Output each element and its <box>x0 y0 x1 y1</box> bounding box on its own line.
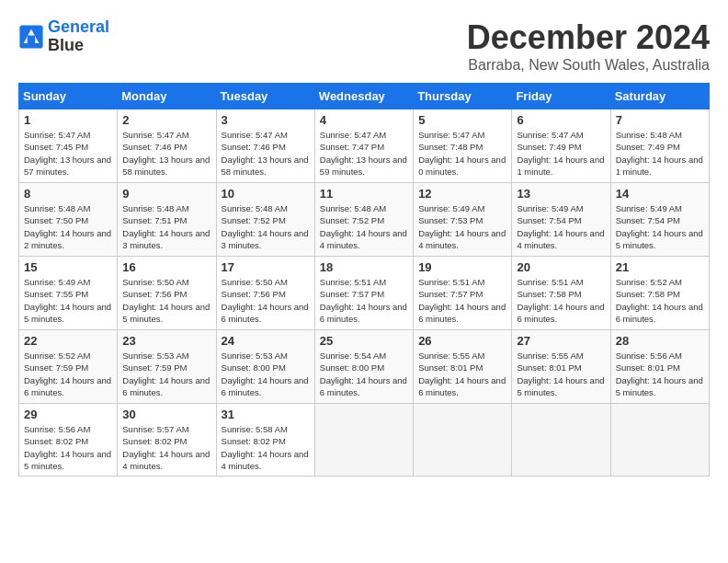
day-info: Sunrise: 5:47 AM Sunset: 7:47 PM Dayligh… <box>320 129 408 178</box>
table-row: 3Sunrise: 5:47 AM Sunset: 7:46 PM Daylig… <box>216 109 314 183</box>
calendar-week-row: 15Sunrise: 5:49 AM Sunset: 7:55 PM Dayli… <box>19 257 710 330</box>
day-number: 27 <box>517 334 605 348</box>
table-row: 30Sunrise: 5:57 AM Sunset: 8:02 PM Dayli… <box>118 404 216 477</box>
table-row: 21Sunrise: 5:52 AM Sunset: 7:58 PM Dayli… <box>610 257 709 330</box>
table-row: 14Sunrise: 5:49 AM Sunset: 7:54 PM Dayli… <box>610 183 709 257</box>
day-number: 18 <box>320 260 408 274</box>
table-row: 24Sunrise: 5:53 AM Sunset: 8:00 PM Dayli… <box>216 330 314 404</box>
day-number: 3 <box>222 113 310 127</box>
title-section: December 2024 Barraba, New South Wales, … <box>467 18 710 74</box>
day-info: Sunrise: 5:47 AM Sunset: 7:46 PM Dayligh… <box>122 129 210 178</box>
day-number: 7 <box>616 113 704 127</box>
table-row: 20Sunrise: 5:51 AM Sunset: 7:58 PM Dayli… <box>512 257 610 330</box>
table-row: 12Sunrise: 5:49 AM Sunset: 7:53 PM Dayli… <box>414 183 512 257</box>
day-info: Sunrise: 5:47 AM Sunset: 7:46 PM Dayligh… <box>222 129 310 178</box>
day-number: 29 <box>24 408 112 421</box>
table-row <box>610 404 709 477</box>
day-info: Sunrise: 5:56 AM Sunset: 8:01 PM Dayligh… <box>616 350 704 398</box>
day-info: Sunrise: 5:47 AM Sunset: 7:49 PM Dayligh… <box>517 129 605 178</box>
header-monday: Monday <box>118 84 216 109</box>
day-info: Sunrise: 5:55 AM Sunset: 8:01 PM Dayligh… <box>517 350 605 398</box>
table-row <box>512 404 610 477</box>
day-number: 25 <box>320 334 408 348</box>
table-row: 15Sunrise: 5:49 AM Sunset: 7:55 PM Dayli… <box>19 257 118 330</box>
table-row <box>314 404 413 477</box>
day-number: 24 <box>222 334 310 348</box>
day-info: Sunrise: 5:54 AM Sunset: 8:00 PM Dayligh… <box>320 350 408 398</box>
day-info: Sunrise: 5:47 AM Sunset: 7:48 PM Dayligh… <box>418 129 506 178</box>
table-row: 9Sunrise: 5:48 AM Sunset: 7:51 PM Daylig… <box>118 183 216 257</box>
table-row: 16Sunrise: 5:50 AM Sunset: 7:56 PM Dayli… <box>118 257 216 330</box>
table-row <box>414 404 512 477</box>
day-number: 30 <box>122 408 210 421</box>
day-info: Sunrise: 5:52 AM Sunset: 7:59 PM Dayligh… <box>24 350 112 398</box>
day-number: 21 <box>616 260 704 274</box>
header-sunday: Sunday <box>19 84 118 109</box>
day-info: Sunrise: 5:48 AM Sunset: 7:51 PM Dayligh… <box>122 202 210 251</box>
day-info: Sunrise: 5:53 AM Sunset: 7:59 PM Dayligh… <box>122 350 210 398</box>
day-info: Sunrise: 5:48 AM Sunset: 7:49 PM Dayligh… <box>616 129 704 178</box>
table-row: 18Sunrise: 5:51 AM Sunset: 7:57 PM Dayli… <box>314 257 413 330</box>
table-row: 10Sunrise: 5:48 AM Sunset: 7:52 PM Dayli… <box>216 183 314 257</box>
calendar-table: Sunday Monday Tuesday Wednesday Thursday… <box>18 83 710 477</box>
logo-icon <box>18 24 44 50</box>
calendar-title: December 2024 <box>467 18 710 57</box>
table-row: 25Sunrise: 5:54 AM Sunset: 8:00 PM Dayli… <box>314 330 413 404</box>
table-row: 27Sunrise: 5:55 AM Sunset: 8:01 PM Dayli… <box>512 330 610 404</box>
day-info: Sunrise: 5:50 AM Sunset: 7:56 PM Dayligh… <box>122 276 210 325</box>
day-number: 22 <box>24 334 112 348</box>
day-number: 17 <box>222 260 310 274</box>
day-info: Sunrise: 5:48 AM Sunset: 7:50 PM Dayligh… <box>24 202 112 251</box>
table-row: 7Sunrise: 5:48 AM Sunset: 7:49 PM Daylig… <box>610 109 709 183</box>
day-info: Sunrise: 5:56 AM Sunset: 8:02 PM Dayligh… <box>24 423 112 472</box>
calendar-week-row: 22Sunrise: 5:52 AM Sunset: 7:59 PM Dayli… <box>19 330 710 404</box>
day-number: 9 <box>122 187 210 201</box>
table-row: 28Sunrise: 5:56 AM Sunset: 8:01 PM Dayli… <box>610 330 709 404</box>
day-number: 15 <box>24 260 112 274</box>
table-row: 2Sunrise: 5:47 AM Sunset: 7:46 PM Daylig… <box>118 109 216 183</box>
header-saturday: Saturday <box>610 84 709 109</box>
header-thursday: Thursday <box>414 84 512 109</box>
day-info: Sunrise: 5:47 AM Sunset: 7:45 PM Dayligh… <box>24 129 112 178</box>
day-number: 4 <box>320 113 408 127</box>
table-row: 11Sunrise: 5:48 AM Sunset: 7:52 PM Dayli… <box>314 183 413 257</box>
table-row: 19Sunrise: 5:51 AM Sunset: 7:57 PM Dayli… <box>414 257 512 330</box>
day-number: 19 <box>418 260 506 274</box>
calendar-week-row: 8Sunrise: 5:48 AM Sunset: 7:50 PM Daylig… <box>19 183 710 257</box>
day-info: Sunrise: 5:51 AM Sunset: 7:58 PM Dayligh… <box>517 276 605 325</box>
day-info: Sunrise: 5:58 AM Sunset: 8:02 PM Dayligh… <box>222 423 310 472</box>
day-number: 10 <box>222 187 310 201</box>
day-number: 8 <box>24 187 112 201</box>
table-row: 1Sunrise: 5:47 AM Sunset: 7:45 PM Daylig… <box>19 109 118 183</box>
day-number: 20 <box>517 260 605 274</box>
table-row: 17Sunrise: 5:50 AM Sunset: 7:56 PM Dayli… <box>216 257 314 330</box>
day-info: Sunrise: 5:52 AM Sunset: 7:58 PM Dayligh… <box>616 276 704 325</box>
day-info: Sunrise: 5:48 AM Sunset: 7:52 PM Dayligh… <box>320 202 408 251</box>
day-info: Sunrise: 5:49 AM Sunset: 7:53 PM Dayligh… <box>418 202 506 251</box>
day-info: Sunrise: 5:48 AM Sunset: 7:52 PM Dayligh… <box>222 202 310 251</box>
table-row: 8Sunrise: 5:48 AM Sunset: 7:50 PM Daylig… <box>19 183 118 257</box>
table-row: 4Sunrise: 5:47 AM Sunset: 7:47 PM Daylig… <box>314 109 413 183</box>
table-row: 26Sunrise: 5:55 AM Sunset: 8:01 PM Dayli… <box>414 330 512 404</box>
table-row: 22Sunrise: 5:52 AM Sunset: 7:59 PM Dayli… <box>19 330 118 404</box>
day-info: Sunrise: 5:50 AM Sunset: 7:56 PM Dayligh… <box>222 276 310 325</box>
day-number: 16 <box>122 260 210 274</box>
day-number: 14 <box>616 187 704 201</box>
day-number: 31 <box>222 408 310 421</box>
day-number: 28 <box>616 334 704 348</box>
day-number: 6 <box>517 113 605 127</box>
day-info: Sunrise: 5:51 AM Sunset: 7:57 PM Dayligh… <box>320 276 408 325</box>
day-number: 1 <box>24 113 112 127</box>
day-number: 13 <box>517 187 605 201</box>
table-row: 5Sunrise: 5:47 AM Sunset: 7:48 PM Daylig… <box>414 109 512 183</box>
day-info: Sunrise: 5:55 AM Sunset: 8:01 PM Dayligh… <box>418 350 506 398</box>
logo: General Blue <box>18 18 109 55</box>
calendar-week-row: 29Sunrise: 5:56 AM Sunset: 8:02 PM Dayli… <box>19 404 710 477</box>
logo-text: General Blue <box>48 18 109 55</box>
table-row: 29Sunrise: 5:56 AM Sunset: 8:02 PM Dayli… <box>19 404 118 477</box>
day-number: 26 <box>418 334 506 348</box>
table-row: 13Sunrise: 5:49 AM Sunset: 7:54 PM Dayli… <box>512 183 610 257</box>
header-tuesday: Tuesday <box>216 84 314 109</box>
weekday-header-row: Sunday Monday Tuesday Wednesday Thursday… <box>19 84 710 109</box>
day-info: Sunrise: 5:49 AM Sunset: 7:54 PM Dayligh… <box>616 202 704 251</box>
